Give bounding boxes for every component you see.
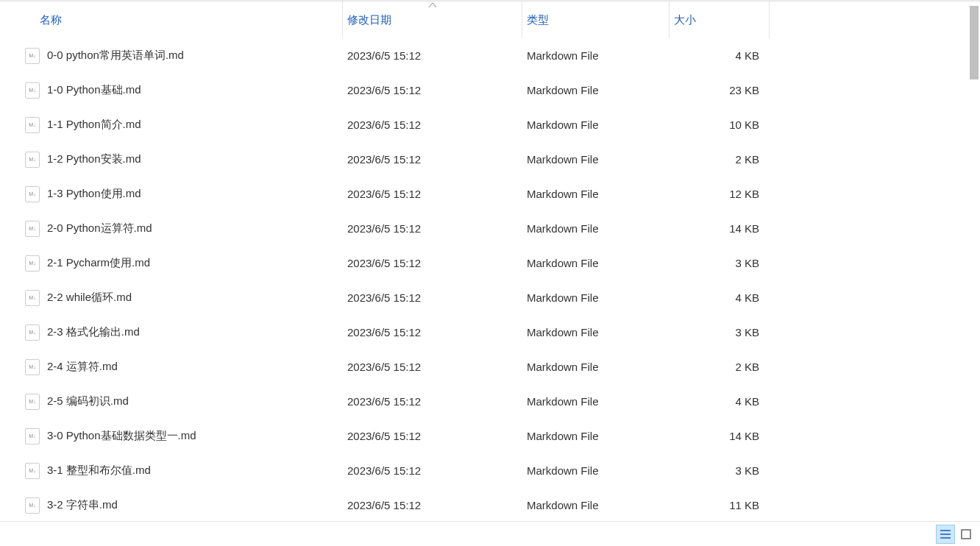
file-name-cell: M↓2-4 运算符.md [25, 350, 343, 384]
file-type-cell: Markdown File [522, 453, 670, 488]
file-date-cell: 2023/6/5 15:12 [343, 142, 522, 177]
file-date-cell: 2023/6/5 15:12 [343, 384, 522, 419]
file-size-cell: 2 KB [670, 350, 770, 384]
column-header-type[interactable]: 类型 [522, 1, 670, 38]
file-row[interactable]: M↓3-1 整型和布尔值.md2023/6/5 15:12Markdown Fi… [25, 453, 965, 488]
column-header-date[interactable]: 修改日期 [343, 1, 522, 38]
file-size-cell: 4 KB [670, 280, 770, 315]
markdown-file-icon: M↓ [25, 394, 40, 410]
file-size-cell: 3 KB [670, 246, 770, 280]
file-date-cell: 2023/6/5 15:12 [343, 107, 522, 142]
file-date-cell: 2023/6/5 15:12 [343, 453, 522, 488]
view-details-button[interactable] [936, 525, 955, 544]
column-label-name: 名称 [40, 13, 62, 27]
file-date-cell: 2023/6/5 15:12 [343, 350, 522, 384]
file-type-cell: Markdown File [522, 350, 670, 384]
file-size-cell: 3 KB [670, 315, 770, 350]
file-row[interactable]: M↓1-0 Python基础.md2023/6/5 15:12Markdown … [25, 73, 965, 107]
markdown-file-icon: M↓ [25, 221, 40, 237]
markdown-file-icon: M↓ [25, 463, 40, 479]
file-list-container: 名称 修改日期 类型 大小 M↓0-0 python常用英语单词.md2023/… [0, 1, 980, 520]
markdown-file-icon: M↓ [25, 325, 40, 341]
file-type-cell: Markdown File [522, 73, 670, 107]
markdown-file-icon: M↓ [25, 428, 40, 444]
column-label-date: 修改日期 [347, 13, 391, 27]
file-name-cell: M↓2-1 Pycharm使用.md [25, 246, 343, 280]
file-type-cell: Markdown File [522, 280, 670, 315]
file-type-cell: Markdown File [522, 315, 670, 350]
file-date-cell: 2023/6/5 15:12 [343, 280, 522, 315]
markdown-file-icon: M↓ [25, 152, 40, 168]
file-name-cell: M↓2-5 编码初识.md [25, 384, 343, 419]
file-row[interactable]: M↓1-1 Python简介.md2023/6/5 15:12Markdown … [25, 107, 965, 142]
file-name-cell: M↓3-2 字符串.md [25, 488, 343, 520]
file-name-text: 2-1 Pycharm使用.md [47, 256, 150, 270]
file-name-cell: M↓0-0 python常用英语单词.md [25, 38, 343, 73]
file-size-cell: 14 KB [670, 419, 770, 453]
file-name-text: 1-3 Python使用.md [47, 187, 141, 201]
markdown-file-icon: M↓ [25, 82, 40, 99]
column-header-size[interactable]: 大小 [670, 1, 770, 38]
file-type-cell: Markdown File [522, 107, 670, 142]
markdown-file-icon: M↓ [25, 255, 40, 272]
file-row[interactable]: M↓3-2 字符串.md2023/6/5 15:12Markdown File1… [25, 488, 965, 520]
file-type-cell: Markdown File [522, 211, 670, 246]
file-type-cell: Markdown File [522, 246, 670, 280]
file-row[interactable]: M↓2-2 while循环.md2023/6/5 15:12Markdown F… [25, 280, 965, 315]
file-name-text: 1-2 Python安装.md [47, 152, 141, 166]
status-bar [0, 521, 980, 546]
file-name-text: 2-0 Python运算符.md [47, 221, 152, 235]
svg-rect-3 [962, 530, 970, 539]
file-date-cell: 2023/6/5 15:12 [343, 211, 522, 246]
file-size-cell: 3 KB [670, 453, 770, 488]
file-row[interactable]: M↓2-0 Python运算符.md2023/6/5 15:12Markdown… [25, 211, 965, 246]
file-name-text: 2-2 while循环.md [47, 291, 132, 305]
file-type-cell: Markdown File [522, 177, 670, 211]
view-large-icons-button[interactable] [956, 525, 976, 544]
column-header-name[interactable]: 名称 [25, 1, 343, 38]
file-name-cell: M↓1-0 Python基础.md [25, 73, 343, 107]
file-type-cell: Markdown File [522, 142, 670, 177]
file-name-text: 1-0 Python基础.md [47, 83, 141, 97]
file-name-text: 2-3 格式化输出.md [47, 325, 140, 339]
file-name-text: 1-1 Python简介.md [47, 118, 141, 132]
file-size-cell: 12 KB [670, 177, 770, 211]
file-name-text: 0-0 python常用英语单词.md [47, 49, 184, 63]
file-row[interactable]: M↓2-1 Pycharm使用.md2023/6/5 15:12Markdown… [25, 246, 965, 280]
file-row[interactable]: M↓3-0 Python基础数据类型一.md2023/6/5 15:12Mark… [25, 419, 965, 453]
file-size-cell: 14 KB [670, 211, 770, 246]
file-name-cell: M↓2-2 while循环.md [25, 280, 343, 315]
sort-ascending-icon [429, 1, 436, 9]
file-date-cell: 2023/6/5 15:12 [343, 38, 522, 73]
file-size-cell: 2 KB [670, 142, 770, 177]
file-row[interactable]: M↓0-0 python常用英语单词.md2023/6/5 15:12Markd… [25, 38, 965, 73]
file-name-cell: M↓3-1 整型和布尔值.md [25, 453, 343, 488]
file-size-cell: 11 KB [670, 488, 770, 520]
vertical-scrollbar-thumb[interactable] [970, 6, 979, 79]
column-label-size: 大小 [674, 13, 696, 27]
markdown-file-icon: M↓ [25, 117, 40, 133]
file-name-cell: M↓1-2 Python安装.md [25, 142, 343, 177]
file-row[interactable]: M↓2-3 格式化输出.md2023/6/5 15:12Markdown Fil… [25, 315, 965, 350]
file-date-cell: 2023/6/5 15:12 [343, 246, 522, 280]
file-row[interactable]: M↓1-2 Python安装.md2023/6/5 15:12Markdown … [25, 142, 965, 177]
file-date-cell: 2023/6/5 15:12 [343, 419, 522, 453]
column-headers: 名称 修改日期 类型 大小 [25, 1, 965, 38]
file-name-cell: M↓2-0 Python运算符.md [25, 211, 343, 246]
file-name-cell: M↓1-3 Python使用.md [25, 177, 343, 211]
file-name-text: 3-2 字符串.md [47, 498, 118, 512]
file-date-cell: 2023/6/5 15:12 [343, 488, 522, 520]
file-name-text: 3-0 Python基础数据类型一.md [47, 429, 196, 443]
file-date-cell: 2023/6/5 15:12 [343, 315, 522, 350]
file-row[interactable]: M↓2-4 运算符.md2023/6/5 15:12Markdown File2… [25, 350, 965, 384]
file-size-cell: 23 KB [670, 73, 770, 107]
file-name-cell: M↓3-0 Python基础数据类型一.md [25, 419, 343, 453]
file-name-text: 2-5 编码初识.md [47, 394, 129, 408]
markdown-file-icon: M↓ [25, 359, 40, 375]
file-row[interactable]: M↓1-3 Python使用.md2023/6/5 15:12Markdown … [25, 177, 965, 211]
file-row[interactable]: M↓2-5 编码初识.md2023/6/5 15:12Markdown File… [25, 384, 965, 419]
file-date-cell: 2023/6/5 15:12 [343, 177, 522, 211]
markdown-file-icon: M↓ [25, 186, 40, 202]
file-name-cell: M↓1-1 Python简介.md [25, 107, 343, 142]
file-size-cell: 4 KB [670, 38, 770, 73]
